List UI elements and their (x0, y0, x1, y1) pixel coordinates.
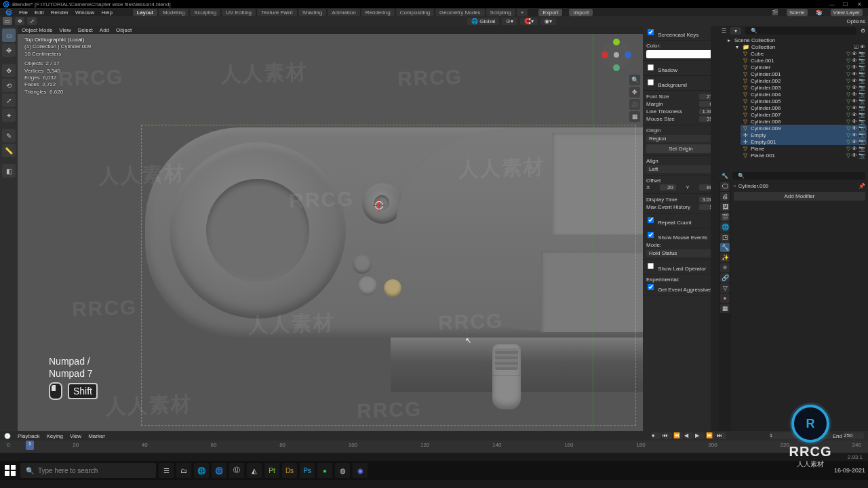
outliner-item[interactable]: ▽Cylinder.003▽👁📷 (741, 84, 867, 91)
scene-collection-item[interactable]: ▸Scene Collection (724, 37, 867, 43)
start-button[interactable] (3, 463, 18, 478)
menu-add[interactable]: Add (100, 27, 109, 33)
shadow-checkbox[interactable]: Shadow (646, 67, 677, 73)
prop-tab-render[interactable]: 🖵 (720, 182, 730, 191)
app-blender-icon[interactable]: 🌀 (212, 463, 226, 478)
prop-tab-texture[interactable]: ▦ (720, 304, 730, 313)
tab-geonodes[interactable]: Geometry Nodes (435, 9, 484, 16)
tab-modeling[interactable]: Modeling (159, 9, 189, 16)
zoom-icon[interactable]: 🔍 (629, 75, 640, 85)
nav-gizmo[interactable] (599, 38, 633, 72)
snap-dropdown[interactable]: 🧲▾ (520, 18, 538, 25)
timeline-icon[interactable]: 🕘 (4, 433, 11, 439)
outliner-search[interactable]: 🔍 (745, 27, 856, 35)
task-view-icon[interactable]: ☰ (159, 463, 174, 478)
prop-tab-object[interactable]: ◳ (720, 232, 730, 242)
orientation-dropdown[interactable]: 🌐 Global (467, 18, 499, 25)
prop-tab-constraints[interactable]: 🔗 (720, 273, 730, 283)
autokey-toggle[interactable]: ● (652, 432, 661, 439)
app-spotify-icon[interactable]: ● (317, 463, 332, 478)
prop-tab-particles[interactable]: ✨ (720, 253, 730, 262)
menu-select[interactable]: Select (78, 27, 93, 33)
tab-script[interactable]: Scripting (486, 9, 515, 16)
app-ps-icon[interactable]: Ps (300, 463, 315, 478)
tl-view[interactable]: View (70, 433, 81, 439)
prop-tab-scene[interactable]: 🎬 (720, 212, 730, 222)
cursor-tool-icon[interactable]: ✥ (15, 17, 24, 25)
pivot-dropdown[interactable]: ⊙▾ (502, 18, 517, 25)
tab-comp[interactable]: Compositing (396, 9, 434, 16)
show-mouse-checkbox[interactable]: Show Mouse Events (646, 235, 707, 241)
import-button[interactable]: Import (569, 9, 593, 16)
font-size-row[interactable]: Font Size27 (646, 93, 715, 100)
outliner-item[interactable]: ▽Cylinder.007▽👁📷 (741, 111, 867, 118)
tab-texpaint[interactable]: Texture Paint (257, 9, 297, 16)
menu-window[interactable]: Window (75, 9, 94, 16)
select-tool-icon[interactable]: ▭ (3, 17, 12, 25)
tool-select-box[interactable]: ▭ (2, 28, 16, 42)
add-modifier-dropdown[interactable]: Add Modifier (734, 192, 865, 201)
tab-anim[interactable]: Animation (328, 9, 360, 16)
outliner-item[interactable]: ▽Cylinder.005▽👁📷 (741, 98, 867, 104)
propedit-dropdown[interactable]: ◉▾ (540, 18, 556, 25)
menu-file[interactable]: File (19, 9, 28, 16)
prop-tab-data[interactable]: ▽ (720, 283, 730, 293)
jump-start-icon[interactable]: ⏮ (663, 432, 672, 439)
offset-x-field[interactable]: 20 (660, 184, 676, 190)
repeat-count-checkbox[interactable]: Repeat Count (646, 220, 692, 226)
menu-view[interactable]: View (59, 27, 71, 33)
play-rev-icon[interactable]: ◀ (684, 432, 694, 439)
breadcrumb-object[interactable]: Cylinder.009 (738, 183, 768, 189)
prop-tab-modifier[interactable]: 🔧 (720, 243, 730, 252)
next-key-icon[interactable]: ⏩ (706, 432, 715, 439)
app-discord-icon[interactable]: ◉ (353, 463, 368, 478)
tl-playback[interactable]: Playback (18, 433, 39, 439)
outliner-mode[interactable]: ▾ (730, 27, 741, 35)
prop-tab-output[interactable]: 🖨 (720, 192, 730, 201)
options-dropdown[interactable]: Options (846, 18, 865, 24)
margin-row[interactable]: Margin0 (646, 100, 715, 108)
max-event-row[interactable]: Max Event History5 (646, 203, 715, 211)
get-event-checkbox[interactable]: Get Event Aggressively (646, 287, 714, 293)
outliner-item[interactable]: ▽Cylinder.001▽👁📷 (741, 70, 867, 77)
pin-icon[interactable]: 📌 (859, 183, 865, 189)
tab-render[interactable]: Rendering (361, 9, 395, 16)
maximize-icon[interactable]: ☐ (840, 1, 852, 7)
mode-dropdown[interactable]: Hold Status (646, 249, 715, 257)
outliner-item[interactable]: ▽Plane▽👁📷 (741, 145, 867, 152)
close-icon[interactable]: ✕ (853, 1, 865, 7)
tool-transform[interactable]: ✦ (2, 108, 16, 122)
outliner-item[interactable]: ▽Cylinder.006▽👁📷 (741, 104, 867, 111)
tab-uv[interactable]: UV Editing (222, 9, 256, 16)
app-pt-icon[interactable]: Pt (264, 463, 279, 478)
screencast-checkbox[interactable]: Screencast Keys (646, 32, 698, 38)
outliner-item[interactable]: ▽Plane.001▽👁📷 (741, 152, 867, 159)
color-swatch[interactable] (646, 50, 715, 58)
viewlayer-dropdown[interactable]: View Layer (831, 9, 863, 16)
outliner-item[interactable]: ▽Cylinder.009▽👁📷 (741, 125, 867, 131)
align-dropdown[interactable]: Left (646, 165, 715, 173)
tool-scale[interactable]: ⤢ (2, 94, 16, 107)
app-substance-icon[interactable]: ◭ (247, 463, 262, 478)
tab-shading[interactable]: Shading (298, 9, 326, 16)
app-ds-icon[interactable]: Ds (282, 463, 297, 478)
outliner-item[interactable]: ▽Cube▽👁📷 (741, 50, 867, 57)
tab-sculpting[interactable]: Sculpting (190, 9, 220, 16)
drag-icon[interactable]: ⤢ (27, 17, 37, 25)
tab-layout[interactable]: Layout (133, 9, 157, 16)
window-controls[interactable]: — ☐ ✕ (826, 1, 865, 7)
outliner-item[interactable]: ✛Empty▽👁📷 (741, 131, 867, 138)
pan-icon[interactable]: ✥ (629, 87, 640, 98)
menu-help[interactable]: Help (101, 9, 112, 16)
collection-item[interactable]: ▾📁Collection ☑👁 (732, 43, 867, 50)
timeline-ruler[interactable]: 1 020406080100120140160180200220240 (0, 441, 868, 453)
viewport-3d[interactable]: Object Mode View Select Add Object Top O… (18, 26, 643, 431)
app-explorer-icon[interactable]: 🗂 (176, 463, 191, 478)
mouse-size-row[interactable]: Mouse Size35 (646, 115, 715, 123)
prop-tab-material[interactable]: ● (720, 293, 730, 303)
scene-dropdown[interactable]: Scene (787, 9, 808, 16)
line-thickness-row[interactable]: Line Thickness1.30 (646, 108, 715, 115)
prop-tab-viewlayer[interactable]: 🖼 (720, 202, 730, 211)
region-dropdown[interactable]: Region (646, 135, 715, 142)
npanel-tabs[interactable] (711, 26, 719, 431)
